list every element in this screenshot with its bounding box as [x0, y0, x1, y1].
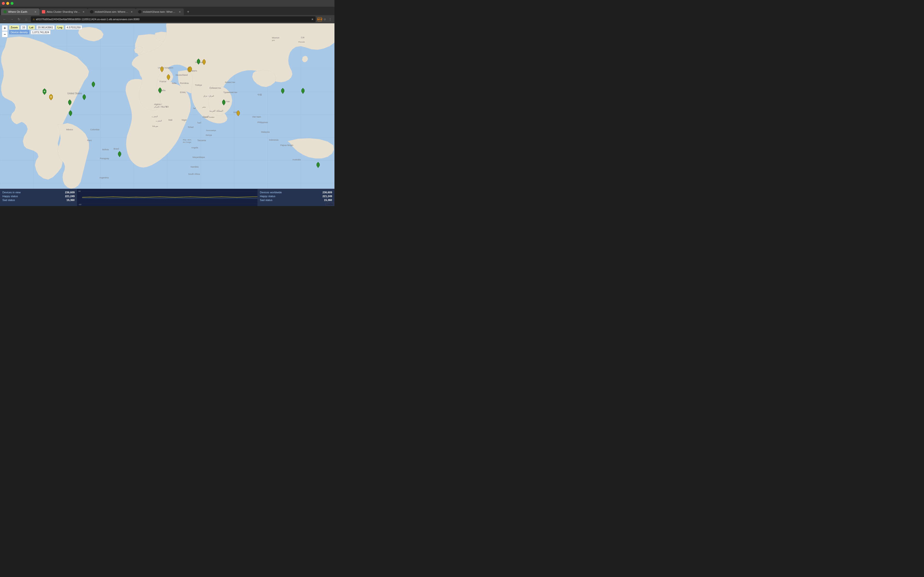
svg-text:Iran: Iran	[226, 100, 230, 103]
new-tab-button[interactable]: +	[185, 8, 192, 15]
back-button[interactable]: ←	[2, 16, 7, 22]
svg-text:日本: 日本	[301, 37, 305, 39]
svg-text:Россия: Россия	[298, 41, 305, 43]
happy-status-left-label: Happy status	[2, 195, 18, 198]
zoom-value: 16	[21, 25, 26, 29]
lat-value: 20.96143961	[36, 25, 55, 29]
map-container[interactable]: United States México Colombia Perú Boliv…	[0, 23, 334, 206]
tab-akka[interactable]: Akka Cluster Sharding Viewer ✕	[39, 8, 87, 15]
happy-status-right-row: Happy status 221,249	[260, 194, 332, 198]
svg-text:United States: United States	[67, 92, 82, 95]
lng-label: Lng	[56, 25, 64, 29]
map-zoom-controls: + −	[2, 25, 8, 37]
svg-text:Algérie /: Algérie /	[154, 103, 162, 106]
address-bar[interactable]: ⚠ a91076d00ad1f4342befdaf380dc6850-11055…	[31, 16, 316, 22]
lat-label: Lat	[28, 25, 35, 29]
sad-status-left-value: 15,360	[66, 198, 74, 201]
svg-text:Australia: Australia	[292, 158, 301, 161]
svg-text:Papua Niugin: Papua Niugin	[280, 144, 293, 147]
svg-text:du Congo: du Congo	[183, 141, 191, 143]
svg-text:México: México	[66, 128, 73, 131]
lng-value: 4.57031250	[65, 25, 82, 29]
tab-close-1[interactable]: ✕	[34, 10, 37, 13]
svg-text:Казахстан: Казахстан	[225, 81, 235, 84]
svg-text:Moçambique: Moçambique	[192, 156, 205, 158]
zoom-in-button[interactable]: +	[2, 25, 8, 31]
svg-text:South Africa: South Africa	[188, 173, 200, 175]
tab-close-2[interactable]: ✕	[82, 10, 85, 13]
svg-text:Öзбекистон: Öзбекистон	[209, 87, 221, 89]
toolbar: NEW ☺ ⋮	[318, 17, 333, 22]
bottom-panels: Devices in view 236,609 Happy status 221…	[0, 189, 334, 206]
svg-text:المغرب: المغرب	[152, 115, 158, 118]
tab-favicon-3	[90, 10, 94, 13]
svg-text:United Kingdom: United Kingdom	[158, 67, 173, 69]
svg-text:Deutschland: Deutschland	[176, 74, 188, 76]
tab-where-on-earth[interactable]: Where On Earth ✕	[1, 8, 39, 15]
profile-icon[interactable]: ☺	[322, 17, 327, 22]
svg-text:Kenya: Kenya	[206, 134, 212, 136]
svg-text:Viet Nam: Viet Nam	[252, 116, 261, 118]
svg-text:Soomaaliya: Soomaaliya	[206, 129, 216, 132]
tab-favicon-2	[42, 10, 45, 13]
address-bar-container: ← → ↻ ⌂ ⚠ a91076d00ad1f4342befdaf380dc68…	[0, 15, 334, 23]
zoom-row: Zoom 16 Lat 20.96143961 Lng 4.57031250	[9, 25, 82, 29]
tab-title-3: mckeeh3/woe-sim: Where On...	[95, 10, 129, 13]
tab-close-3[interactable]: ✕	[130, 10, 133, 13]
devices-worldwide-value: 236,609	[322, 191, 332, 194]
refresh-button[interactable]: ↻	[16, 16, 22, 22]
minimize-button[interactable]	[6, 2, 9, 5]
svg-text:المملكة العربية: المملكة العربية	[209, 110, 223, 112]
svg-text:Tchad: Tchad	[188, 126, 194, 128]
svg-text:العراق / عراق: العراق / عراق	[204, 95, 214, 97]
tab-woe-sim[interactable]: mckeeh3/woe-sim: Where On... ✕	[87, 8, 136, 15]
menu-icon[interactable]: ⋮	[328, 17, 333, 22]
devices-in-view-value: 236,609	[65, 191, 74, 194]
svg-text:Argentina: Argentina	[99, 176, 109, 179]
svg-text:Malaysia: Malaysia	[261, 131, 270, 133]
titlebar	[0, 0, 334, 7]
svg-text:Монгол: Монгол	[272, 37, 279, 39]
tab-woe-twin[interactable]: mckeeh3/woe-twin: Where On... ✕	[136, 8, 184, 15]
security-icon: ⚠	[33, 18, 35, 21]
happy-status-right-value: 221,249	[322, 195, 332, 198]
svg-text:South Sudan: South Sudan	[204, 116, 215, 118]
devices-in-view-row: Devices in view 236,609	[2, 190, 74, 194]
svg-text:Philippines: Philippines	[257, 121, 268, 124]
tab-title-1: Where On Earth	[8, 10, 32, 13]
svg-point-79	[44, 91, 45, 92]
zoom-out-button[interactable]: −	[2, 32, 8, 37]
svg-text:Türkiye: Türkiye	[195, 84, 202, 86]
sad-status-right-label: Sad status	[260, 198, 272, 201]
happy-status-left-value: 221,249	[65, 195, 74, 198]
density-value: 1,073,741,824	[31, 30, 50, 34]
svg-text:مصر: مصر	[202, 106, 206, 108]
svg-text:улс: улс	[272, 39, 275, 41]
svg-text:Italia: Italia	[172, 82, 176, 84]
tab-title-2: Akka Cluster Sharding Viewer	[47, 10, 80, 13]
tab-favicon-4	[138, 10, 142, 13]
svg-text:إثيوبيا: إثيوبيا	[197, 121, 201, 124]
tab-close-4[interactable]: ✕	[178, 10, 181, 13]
devices-worldwide-label: Devices worldwide	[260, 191, 282, 194]
svg-text:Angola: Angola	[191, 147, 198, 149]
svg-text:10: 10	[78, 190, 81, 192]
svg-text:France: France	[160, 80, 166, 83]
close-button[interactable]	[2, 2, 5, 5]
maximize-button[interactable]	[11, 2, 13, 5]
chart-svg: 10 -10	[77, 189, 257, 206]
sad-status-right-value: 15,360	[324, 198, 332, 201]
extensions-icon[interactable]: NEW	[318, 17, 322, 21]
tab-title-4: mckeeh3/woe-twin: Where On...	[143, 10, 177, 13]
svg-text:Rép. dem.: Rép. dem.	[183, 139, 192, 141]
zoom-label: Zoom	[9, 25, 19, 29]
bookmark-icon[interactable]: ★	[311, 18, 314, 21]
forward-button[interactable]: →	[9, 16, 15, 22]
density-label: Device density	[9, 30, 29, 34]
svg-text:-10: -10	[78, 203, 81, 206]
svg-text:Perú: Perú	[87, 139, 92, 142]
svg-point-80	[50, 96, 52, 98]
home-button[interactable]: ⌂	[24, 16, 29, 22]
sad-status-left-row: Sad status 15,360	[2, 198, 74, 202]
svg-text:Namibia: Namibia	[191, 166, 199, 168]
